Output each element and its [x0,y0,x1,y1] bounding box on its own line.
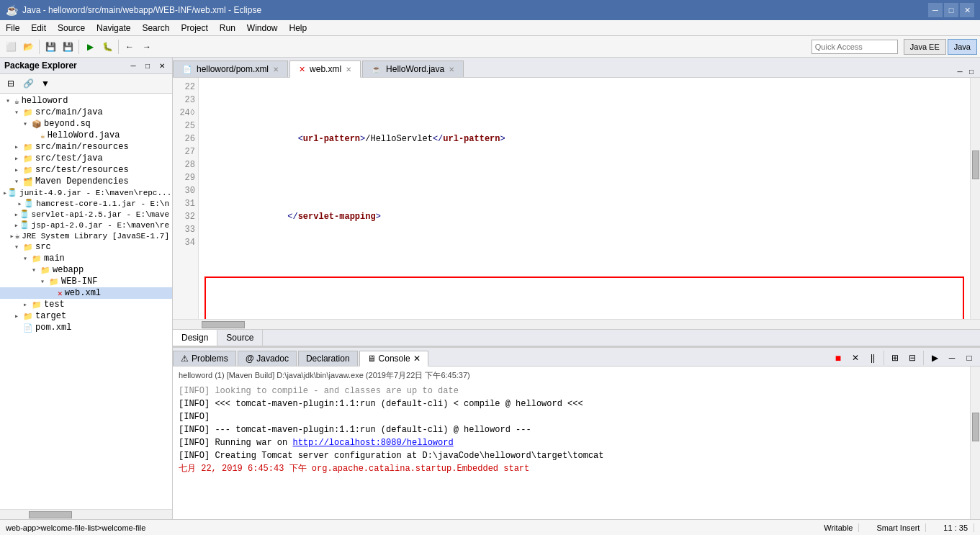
maximize-panel-button[interactable]: □ [142,60,153,71]
tree-item-maven-deps[interactable]: ▾ 🗂️ Maven Dependencies [0,176,172,187]
tree-item-hamcrest-jar[interactable]: ▸ 🫙 hamcrest-core-1.1.jar - E:\n [0,198,172,209]
package-explorer-header: Package Explorer ─ □ ✕ [0,58,172,74]
left-panel: Package Explorer ─ □ ✕ ⊟ 🔗 ▼ ▾ ☕ hellowo… [0,58,173,519]
v-scrollbar-thumb [972,150,979,179]
package-explorer-title: Package Explorer [4,60,77,71]
close-button[interactable]: ✕ [960,3,974,17]
console-scroll-area: [INFO] looking to compile - and classes … [179,385,964,475]
code-editor[interactable]: <url-pattern>/HelloServlet</url-pattern>… [199,78,970,319]
tree-item-webinf[interactable]: ▾ 📁 WEB-INF [0,276,172,287]
console-btn-4[interactable]: ⊟ [904,350,920,366]
minimize-editor-button[interactable]: ─ [954,66,966,77]
tab-design[interactable]: Design [173,330,217,346]
tree-item-webapp[interactable]: ▾ 📁 webapp [0,264,172,276]
toolbar-prev-button[interactable]: ← [122,39,138,55]
expand-arrow: ▸ [17,199,24,208]
menu-file[interactable]: File [0,22,25,35]
folder-icon: 📁 [23,243,33,252]
view-menu-button[interactable]: ▼ [37,76,53,91]
menu-help[interactable]: Help [284,22,313,35]
tab-source[interactable]: Source [217,330,263,346]
maximize-editor-button[interactable]: □ [966,66,977,77]
menu-window[interactable]: Window [241,22,284,35]
menu-navigate[interactable]: Navigate [91,22,136,35]
toolbar-run-button[interactable]: ▶ [82,39,98,55]
minimize-panel-button[interactable]: ─ [127,60,139,71]
code-h-scrollbar[interactable] [173,319,980,329]
tree-item-target[interactable]: ▸ 📁 target [0,310,172,322]
tree-item-src-main-resources[interactable]: ▸ 📁 src/main/resources [0,141,172,153]
h-scrollbar-thumb [202,321,245,328]
menu-project[interactable]: Project [175,22,213,35]
project-icon: ☕ [14,96,19,106]
tree-item-label: webapp [53,265,84,275]
menu-source[interactable]: Source [52,22,91,35]
tree-item-test[interactable]: ▸ 📁 test [0,299,172,310]
tree-item-src-test-java[interactable]: ▸ 📁 src/test/java [0,153,172,164]
tree-item-jre[interactable]: ▸ ☕ JRE System Library [JavaSE-1.7] [0,230,172,241]
toolbar-save-all-button[interactable]: 💾 [60,39,76,55]
tab-console[interactable]: 🖥 Console ✕ [359,351,428,367]
line-num-30: 30 [176,184,195,197]
tree-item-servlet-jar[interactable]: ▸ 🫙 servlet-api-2.5.jar - E:\mave [0,209,172,220]
link-with-editor-button[interactable]: 🔗 [20,76,36,91]
tab-label: HelloWord.java [386,64,444,74]
tree-item-main[interactable]: ▾ 📁 main [0,253,172,264]
tree-item-label: src/main/resources [35,142,129,152]
close-panel-button[interactable]: ✕ [156,60,168,71]
java-ee-perspective-button[interactable]: Java EE [904,39,946,55]
collapse-all-button[interactable]: ⊟ [3,76,19,91]
console-btn-1[interactable]: ✕ [848,350,863,366]
java-perspective-button[interactable]: Java [948,39,977,55]
tree-item-beyond-sq[interactable]: ▾ 📦 beyond.sq [0,118,172,130]
console-tab-close[interactable]: ✕ [413,354,421,364]
tab-pom-xml[interactable]: 📄 helloword/pom.xml ✕ [173,60,288,77]
tab-web-xml[interactable]: ✕ web.xml ✕ [289,60,361,78]
toolbar-save-button[interactable]: 💾 [42,39,58,55]
right-area: 📄 helloword/pom.xml ✕ ✕ web.xml ✕ ☕ Hell… [173,58,980,519]
tree-item-junit-jar[interactable]: ▸ 🫙 junit-4.9.jar - E:\maven\repc... [0,187,172,198]
tab-helloword-java[interactable]: ☕ HelloWord.java ✕ [362,60,464,77]
jre-icon: ☕ [15,231,20,240]
tree-item-helloword-java[interactable]: ▸ ☕ HelloWord.java [0,130,172,141]
perspective-buttons: Java EE Java [904,39,977,55]
expand-arrow: ▸ [23,300,32,309]
menu-search[interactable]: Search [136,22,175,35]
console-btn-5[interactable]: ▶ [927,350,943,366]
quick-access-input[interactable] [812,40,898,54]
title-text: Java - helloword/src/main/webapp/WEB-INF… [22,5,928,15]
console-btn-2[interactable]: || [865,350,881,366]
tab-close-pom[interactable]: ✕ [273,66,279,73]
localhost-link[interactable]: http://localhost:8080/helloword [292,438,453,448]
tab-problems[interactable]: ⚠ Problems [173,351,236,366]
minimize-bottom-button[interactable]: ─ [944,350,960,366]
tree-item-src-main-java[interactable]: ▾ 📁 src/main/java [0,107,172,118]
console-v-scrollbar[interactable] [970,367,980,519]
toolbar-open-button[interactable]: 📂 [20,39,36,55]
maximize-button[interactable]: □ [944,3,958,17]
console-btn-3[interactable]: ⊞ [887,350,903,366]
toolbar-new-button[interactable]: ⬜ [3,39,19,55]
tab-close-java[interactable]: ✕ [449,66,454,73]
tree-item-pom-xml[interactable]: ▸ 📄 pom.xml [0,322,172,333]
tab-close-web-xml[interactable]: ✕ [346,66,351,73]
menu-run[interactable]: Run [214,22,241,35]
tree-item-jsp-jar[interactable]: ▸ 🫙 jsp-api-2.0.jar - E:\maven\re [0,220,172,230]
toolbar-next-button[interactable]: → [139,39,155,55]
stop-button[interactable]: ■ [830,350,846,366]
tree-item-src-test-resources[interactable]: ▸ 📁 src/test/resources [0,164,172,176]
code-v-scrollbar[interactable] [970,78,980,319]
line-num-32: 32 [176,210,195,223]
tab-javadoc[interactable]: @ Javadoc [238,351,297,366]
maximize-bottom-button[interactable]: □ [961,350,977,366]
tab-declaration[interactable]: Declaration [298,351,358,366]
toolbar-debug-button[interactable]: 🐛 [99,39,115,55]
tree-item-label: helloword [22,96,68,106]
minimize-button[interactable]: ─ [928,3,943,17]
tree-item-web-xml[interactable]: ▸ ✕ web.xml [0,287,172,299]
console-output[interactable]: helloword (1) [Maven Build] D:\java\jdk\… [173,367,970,519]
tree-item-helloword[interactable]: ▾ ☕ helloword [0,95,172,107]
tree-h-scrollbar[interactable] [0,509,172,519]
tree-item-src[interactable]: ▾ 📁 src [0,241,172,253]
menu-edit[interactable]: Edit [25,22,52,35]
